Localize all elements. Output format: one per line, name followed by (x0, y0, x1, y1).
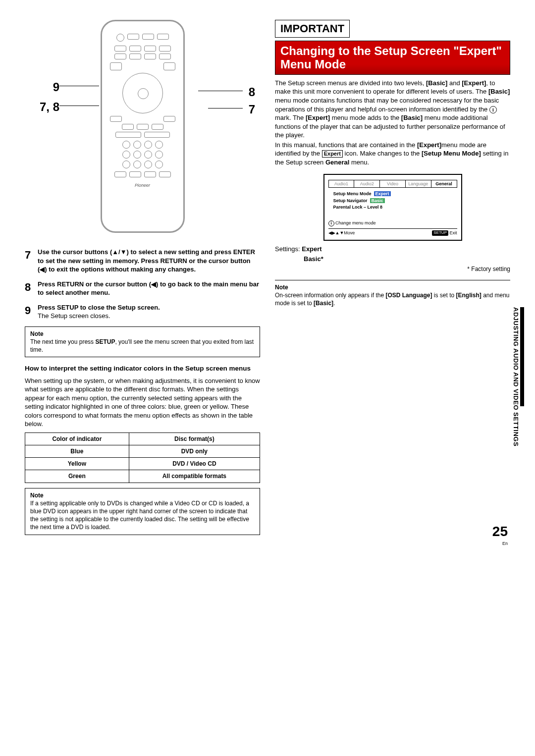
text: mark. The (275, 114, 306, 121)
note-bold: [English] (456, 292, 482, 299)
remote-logo: Pioneer (107, 182, 178, 188)
osd-footer-exit: SETUP Exit (432, 230, 457, 236)
page-lang: En (492, 540, 508, 546)
color-table: Color of indicatorDisc format(s) BlueDVD… (25, 432, 260, 483)
left-column: 9 7, 8 8 7 Pioneer (25, 20, 260, 542)
text-bold: [Basic] (426, 79, 447, 87)
text-bold: [Expert] (417, 141, 441, 149)
text-bold: [Expert] (462, 79, 486, 87)
note-text: . (333, 300, 335, 307)
important-badge: IMPORTANT (275, 20, 350, 38)
table-row: YellowDVD / Video CD (25, 458, 260, 470)
osd-footer: ◀▶▲▼Move SETUP Exit (328, 228, 457, 236)
osd-tab: Video (380, 180, 406, 187)
table-header: Color of indicator (25, 432, 129, 445)
settings-line-1: Settings: Expert (275, 245, 510, 254)
osd-help-text: Change menu mode (335, 220, 376, 225)
colors-body: When setting up the system, or when maki… (25, 377, 260, 429)
step-text: Press RETURN or the cursor button (◀) to… (38, 280, 259, 297)
text: The Setup screen menus are divided into … (275, 79, 426, 87)
osd-value: Expert (374, 191, 391, 196)
steps-list: 7 Use the cursor buttons (▲/▼) to select… (25, 248, 260, 321)
table-cell: All compatible formats (129, 470, 260, 483)
page-edge-tab (520, 307, 524, 406)
remote-diagram: 9 7, 8 8 7 Pioneer (25, 20, 260, 233)
note-title: Note (30, 330, 255, 338)
page-number-block: 25 En (492, 522, 508, 547)
step-number: 9 (25, 303, 38, 321)
step-9: 9 Press SETUP to close the Setup screen.… (25, 303, 260, 321)
osd-label: Setup Navigator (333, 198, 368, 203)
osd-help: i Change menu mode (328, 220, 457, 226)
text-bold: [Basic] (401, 114, 423, 121)
osd-tab: Audio2 (354, 180, 380, 187)
note-box-3: Note On-screen information only appears … (275, 280, 510, 308)
osd-tab-active: General (431, 180, 457, 187)
callout-7: 7 (249, 102, 255, 117)
osd-label: Setup Menu Mode (333, 191, 372, 196)
callout-8: 8 (249, 84, 255, 100)
note-bold: [Basic] (314, 300, 333, 307)
step-text-plain: The Setup screen closes. (38, 312, 110, 320)
factory-setting-note: * Factory setting (275, 265, 510, 273)
table-cell: Blue (25, 445, 129, 458)
section-title: Changing to the Setup Screen "Expert" Me… (275, 41, 510, 75)
page-number: 25 (492, 522, 508, 541)
note-text: The next time you press (30, 338, 95, 345)
page-columns: 9 7, 8 8 7 Pioneer (25, 20, 510, 542)
note-title: Note (275, 283, 510, 291)
callout-9: 9 (25, 79, 59, 95)
text: In this manual, functions that are conta… (275, 141, 417, 149)
step-text: Use the cursor buttons (▲/▼) to select a… (38, 248, 255, 273)
right-paragraph-1: The Setup screen menus are divided into … (275, 79, 510, 140)
callout-line (198, 91, 243, 91)
osd-tab: Audio1 (329, 180, 355, 187)
table-cell: Green (25, 470, 129, 483)
callout-line (208, 108, 243, 108)
table-cell: DVD only (129, 445, 260, 458)
table-cell: Yellow (25, 458, 129, 470)
text: and (447, 79, 462, 87)
callout-78: 7, 8 (25, 99, 59, 115)
osd-line: Setup Menu Mode Expert (333, 191, 457, 197)
osd-line: Parental Lock – Level 8 (333, 204, 457, 210)
note-title: Note (30, 491, 255, 499)
osd-value: Basic (370, 198, 385, 203)
info-icon: i (328, 220, 334, 226)
text: menu. (349, 159, 369, 166)
osd-tab: Language (406, 180, 431, 187)
table-cell: DVD / Video CD (129, 458, 260, 470)
right-paragraph-2: In this manual, functions that are conta… (275, 141, 510, 167)
note-bold: SETUP (95, 338, 115, 345)
note-text: On-screen information only appears if th… (275, 292, 385, 299)
step-number: 8 (25, 280, 38, 297)
text: icon. Make changes to the (343, 150, 422, 157)
right-column: IMPORTANT Changing to the Setup Screen "… (275, 20, 510, 542)
osd-line: Setup Navigator Basic (333, 198, 457, 204)
info-icon: i (489, 106, 497, 113)
text-bold: [Setup Menu Mode] (422, 150, 481, 157)
setup-badge-icon: SETUP (432, 230, 448, 236)
text: menu mode adds to the (330, 114, 401, 121)
callout-line (59, 86, 99, 86)
table-row: BlueDVD only (25, 445, 260, 458)
colors-heading: How to interpret the setting indicator c… (25, 364, 260, 373)
table-header: Disc format(s) (129, 432, 260, 445)
step-7: 7 Use the cursor buttons (▲/▼) to select… (25, 248, 260, 274)
table-row: GreenAll compatible formats (25, 470, 260, 483)
callout-line (59, 106, 99, 106)
step-8: 8 Press RETURN or the cursor button (◀) … (25, 280, 260, 297)
note-bold: [OSD Language] (385, 292, 432, 299)
settings-line-2: Basic* (275, 255, 510, 264)
osd-tabs: Audio1 Audio2 Video Language General (328, 180, 457, 188)
side-chapter-title: ADJUSTING AUDIO AND VIDEO SETTINGS (511, 307, 520, 446)
note-box-1: Note The next time you press SETUP, you'… (25, 326, 260, 358)
step-number: 7 (25, 248, 38, 274)
text-bold: [Basic] (488, 88, 510, 95)
text-bold: [Expert] (306, 114, 330, 121)
note-text: If a setting applicable only to DVDs is … (30, 500, 249, 531)
remote-control-outline: Pioneer (101, 20, 185, 233)
note-box-2: Note If a setting applicable only to DVD… (25, 488, 260, 535)
osd-footer-move: ◀▶▲▼Move (328, 230, 355, 236)
note-text: is set to (432, 292, 456, 299)
